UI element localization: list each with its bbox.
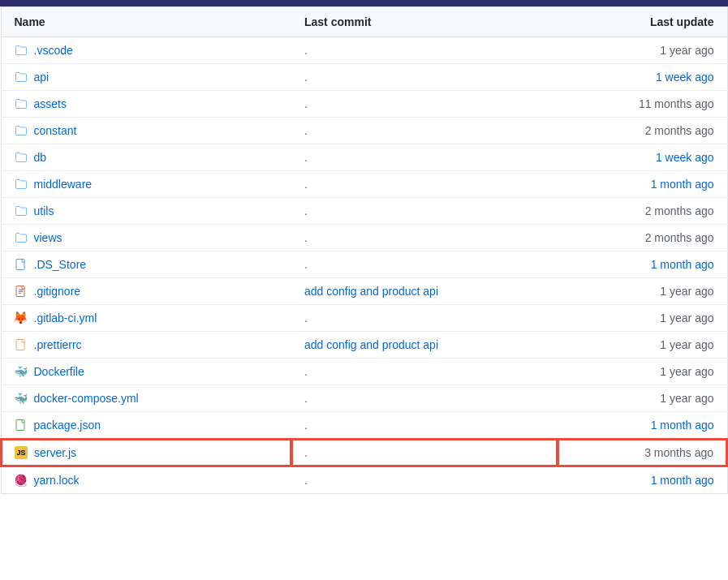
file-icon	[15, 258, 28, 271]
last-update-cell: 2 months ago	[558, 225, 727, 251]
last-commit-cell: add config and product api	[291, 278, 558, 305]
docker-icon: 🐳	[15, 365, 28, 378]
table-row: assets.11 months ago	[1, 91, 727, 118]
table-row: JSserver.js.3 months ago	[1, 439, 727, 466]
last-commit-cell: .	[291, 225, 558, 251]
file-link[interactable]: .vscode	[15, 44, 279, 57]
table-row: 🧶yarn.lock.1 month ago	[1, 466, 727, 494]
file-link[interactable]: assets	[15, 97, 279, 110]
docker-icon: 🐳	[15, 392, 28, 405]
last-commit-cell: .	[291, 171, 558, 198]
last-update-cell: 1 month ago	[558, 466, 727, 494]
gitignore-icon	[15, 285, 28, 298]
file-name-cell: .gitignore	[1, 278, 291, 305]
folder-icon	[15, 151, 28, 164]
file-link[interactable]: JSserver.js	[15, 446, 278, 459]
table-row: .gitignoreadd config and product api1 ye…	[1, 278, 727, 305]
file-link[interactable]: db	[15, 151, 279, 164]
file-name-text: .DS_Store	[34, 258, 87, 271]
file-table: Name Last commit Last update .vscode.1 y…	[0, 6, 728, 494]
file-name-cell: db	[1, 144, 291, 171]
file-name-text: .gitignore	[34, 285, 81, 298]
svg-rect-5	[16, 340, 24, 350]
last-commit-cell: .	[291, 466, 558, 494]
file-name-text: .prettierrc	[34, 338, 82, 351]
top-bar	[0, 0, 728, 6]
file-name-cell: 🧶yarn.lock	[1, 466, 291, 494]
table-row: utils.2 months ago	[1, 198, 727, 225]
last-update-cell: 3 months ago	[558, 439, 727, 466]
file-name-cell: views	[1, 225, 291, 251]
file-name-cell: package.json	[1, 412, 291, 440]
yarn-icon: 🧶	[15, 474, 28, 487]
file-name-text: Dockerfile	[34, 365, 84, 378]
file-name-text: yarn.lock	[34, 474, 80, 487]
file-name-text: db	[34, 151, 47, 164]
last-commit-cell: .	[291, 251, 558, 278]
folder-icon	[15, 231, 28, 244]
last-commit-cell: .	[291, 412, 558, 440]
file-link[interactable]: middleware	[15, 178, 279, 191]
file-name-cell: .prettierrc	[1, 332, 291, 359]
table-row: api.1 week ago	[1, 64, 727, 91]
file-link[interactable]: 🐳Dockerfile	[15, 365, 279, 378]
table-row: views.2 months ago	[1, 225, 727, 251]
svg-rect-0	[16, 260, 24, 270]
last-commit-cell: .	[291, 439, 558, 466]
file-name-text: package.json	[34, 419, 101, 432]
last-commit-cell: .	[291, 198, 558, 225]
last-commit-cell: .	[291, 305, 558, 332]
file-link[interactable]: 🧶yarn.lock	[15, 474, 279, 487]
file-link[interactable]: 🐳docker-compose.yml	[15, 392, 279, 405]
last-update-cell: 1 month ago	[558, 171, 727, 198]
file-link[interactable]: package.json	[15, 419, 279, 432]
file-name-cell: 🦊.gitlab-ci.yml	[1, 305, 291, 332]
last-update-cell: 1 year ago	[558, 278, 727, 305]
file-link[interactable]: 🦊.gitlab-ci.yml	[15, 311, 279, 324]
file-link[interactable]: views	[15, 231, 279, 244]
file-link[interactable]: api	[15, 71, 279, 84]
last-update-cell: 1 year ago	[558, 385, 727, 412]
folder-icon	[15, 204, 28, 217]
last-update-cell: 1 week ago	[558, 64, 727, 91]
last-commit-cell: .	[291, 385, 558, 412]
file-link[interactable]: .DS_Store	[15, 258, 279, 271]
last-update-cell: 1 week ago	[558, 144, 727, 171]
file-name-cell: 🐳Dockerfile	[1, 359, 291, 385]
file-name-text: constant	[34, 124, 77, 137]
last-commit-cell: .	[291, 91, 558, 118]
last-update-cell: 1 month ago	[558, 251, 727, 278]
last-update-cell: 2 months ago	[558, 118, 727, 144]
file-link[interactable]: constant	[15, 124, 279, 137]
file-name-cell: 🐳docker-compose.yml	[1, 385, 291, 412]
table-row: 🦊.gitlab-ci.yml.1 year ago	[1, 305, 727, 332]
file-link[interactable]: .prettierrc	[15, 338, 279, 351]
last-commit-cell: add config and product api	[291, 332, 558, 359]
table-row: .vscode.1 year ago	[1, 37, 727, 64]
table-row: 🐳docker-compose.yml.1 year ago	[1, 385, 727, 412]
last-update-cell: 11 months ago	[558, 91, 727, 118]
table-header-row: Name Last commit Last update	[1, 7, 727, 37]
commit-link[interactable]: add config and product api	[304, 338, 438, 351]
file-name-text: server.js	[34, 446, 76, 459]
file-name-cell: api	[1, 64, 291, 91]
gitlab-icon: 🦊	[15, 311, 28, 324]
table-row: constant.2 months ago	[1, 118, 727, 144]
table-row: middleware.1 month ago	[1, 171, 727, 198]
file-link[interactable]: .gitignore	[15, 285, 279, 298]
file-name-text: api	[34, 71, 50, 84]
folder-icon	[15, 44, 28, 57]
last-update-cell: 1 year ago	[558, 37, 727, 64]
header-last-update: Last update	[558, 7, 727, 37]
folder-icon	[15, 97, 28, 110]
file-link[interactable]: utils	[15, 204, 279, 217]
last-commit-cell: .	[291, 118, 558, 144]
file-name-text: middleware	[34, 178, 93, 191]
last-update-cell: 1 year ago	[558, 359, 727, 385]
folder-icon	[15, 71, 28, 84]
last-commit-cell: .	[291, 37, 558, 64]
table-row: 🐳Dockerfile.1 year ago	[1, 359, 727, 385]
last-update-cell: 1 year ago	[558, 332, 727, 359]
file-name-cell: JSserver.js	[1, 439, 291, 466]
commit-link[interactable]: add config and product api	[304, 285, 438, 298]
